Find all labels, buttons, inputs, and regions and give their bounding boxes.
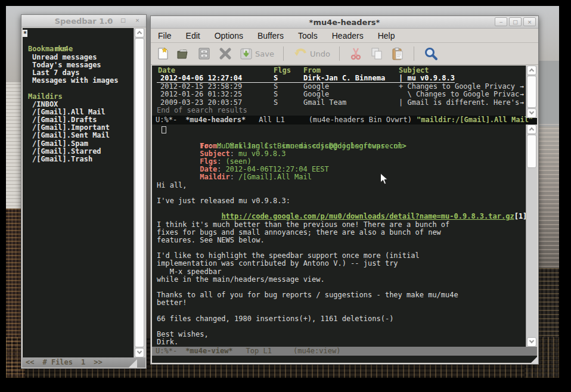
column-flags[interactable]: Flgs (274, 67, 303, 74)
field-label: Maildir (200, 173, 230, 181)
body-line: while in the main/headers/message view. (157, 276, 525, 284)
open-file-button[interactable] (176, 46, 191, 61)
sidebar-item-messages-with-images[interactable]: Messages with images (23, 77, 134, 85)
emacs-frame-content: Date Flgs From Subject 2012-04-06 12:27:… (152, 66, 537, 363)
cell-subject: | Gmail is different. Here's (399, 99, 519, 107)
menu-tools[interactable]: Tools (298, 31, 318, 41)
chevron-up-icon (529, 127, 534, 132)
link-indent (200, 212, 221, 220)
speedbar-root-mu4e[interactable]: * mu4e (23, 30, 134, 38)
chevron-down-icon (529, 338, 534, 343)
speedbar-titlebar[interactable]: Speedbar 1.0 ‒ □ × (21, 15, 146, 27)
undo-button[interactable]: Undo (293, 46, 330, 61)
maildirs-heading: Maildirs (23, 93, 134, 101)
mu4e-headers-pane: Date Flgs From Subject 2012-04-06 12:27:… (152, 66, 537, 116)
column-from[interactable]: From (303, 67, 399, 74)
speedbar-list: * mu4e Bookmarks Unread messages Today's… (23, 28, 134, 357)
column-subject[interactable]: Subject (399, 67, 429, 74)
body-line: implementation was contributed by Antono… (157, 260, 525, 267)
body-line (157, 323, 525, 331)
modeline-search-query: "maildir:/[Gmail].All Mail" (417, 116, 533, 125)
scroll-down-button[interactable] (135, 348, 144, 357)
maximize-icon[interactable]: □ (509, 17, 522, 26)
message-row[interactable]: 2012-02-15 23:58:29 S Google + Changes t… (157, 83, 525, 91)
message-view: From:Dirk-Jan C. Binnema <djcb@djcbsoftw… (152, 125, 525, 346)
scrollbar-thumb[interactable] (527, 135, 536, 168)
scrollbar-thumb[interactable] (527, 76, 536, 108)
body-line: fixes for bugs and small annoyances; the… (157, 229, 525, 237)
menu-options[interactable]: Options (215, 31, 243, 41)
field-subject: Subject:mu v0.9.8.3 (157, 142, 525, 150)
speedbar-forward-button[interactable]: >> (94, 357, 102, 368)
save-label: Save (255, 49, 274, 58)
scroll-up-button[interactable] (527, 125, 536, 134)
cell-flags: S (274, 74, 303, 82)
save-button[interactable]: Save (239, 46, 274, 61)
speedbar-scrollbar[interactable] (134, 28, 145, 357)
search-icon (423, 46, 439, 61)
cell-from: Dirk-Jan C. Binnema (303, 74, 399, 82)
paste-button[interactable] (390, 46, 405, 61)
scroll-up-button[interactable] (527, 66, 536, 75)
body-line: Dirk. (157, 338, 525, 346)
download-link[interactable]: http://code.google.com/p/mu0/downloads/d… (221, 212, 514, 220)
minimize-icon[interactable]: ‒ (103, 16, 115, 25)
close-icon[interactable]: × (131, 16, 144, 25)
sidebar-item-spam[interactable]: /[Gmail].Spam (23, 140, 134, 148)
window-title: *mu4e-headers* (151, 16, 538, 29)
cell-from: Google (303, 83, 399, 91)
body-line: M-x speedbar (157, 268, 525, 276)
truncation-arrow-icon: → (520, 99, 524, 107)
scroll-down-button[interactable] (527, 108, 536, 118)
scrollbar-thumb[interactable] (135, 38, 144, 347)
sidebar-item-todays-messages[interactable]: Today's messages (23, 61, 134, 69)
headers-scrollbar[interactable] (526, 66, 537, 118)
menu-edit[interactable]: Edit (186, 31, 200, 41)
body-line: 66 files changed, 1980 insertions(+), 11… (157, 315, 525, 323)
menu-file[interactable]: File (158, 31, 172, 41)
close-icon[interactable]: × (523, 17, 536, 26)
emacs-window-controls: ‒ □ × (495, 17, 536, 26)
body-link-line: http://code.google.com/p/mu0/downloads/d… (157, 205, 525, 213)
toolbar-separator (414, 46, 414, 61)
cut-button[interactable] (349, 46, 363, 61)
end-of-results-text: End of search results (157, 107, 525, 114)
column-date[interactable]: Date (157, 67, 274, 74)
modeline-buffer-name: *mu4e-view* (185, 347, 232, 356)
sidebar-item-sent-mail[interactable]: /[Gmail].Sent Mail (23, 132, 134, 139)
view-scrollbar[interactable] (526, 125, 537, 346)
scroll-up-button[interactable] (135, 28, 144, 38)
tool-bar: Save Undo (151, 43, 538, 65)
copy-button[interactable] (370, 46, 384, 61)
close-buffer-button[interactable] (218, 46, 232, 61)
sidebar-item-trash[interactable]: /[Gmail].Trash (23, 155, 134, 163)
speedbar-mode-toggle[interactable]: # Files (42, 357, 73, 368)
cell-from: Gmail Team (303, 99, 399, 107)
menu-headers[interactable]: Headers (332, 31, 364, 41)
maximize-icon[interactable]: □ (117, 16, 129, 25)
field-value: /[Gmail].All Mail (238, 173, 312, 181)
new-file-icon (157, 46, 170, 61)
field-date: Date:2012-04-06T12:27:04 EEST (157, 158, 525, 166)
menu-buffers[interactable]: Buffers (257, 31, 284, 41)
sidebar-item-inbox[interactable]: /INBOX (23, 101, 134, 108)
message-row-current[interactable]: 2012-04-06 12:27:04 S Dirk-Jan C. Binnem… (157, 74, 455, 82)
speedbar-back-button[interactable]: << (26, 357, 34, 368)
new-file-button[interactable] (157, 46, 170, 61)
header-row-wrap: 2012-04-06 12:27:04 S Dirk-Jan C. Binnem… (157, 74, 525, 82)
dired-button[interactable] (197, 46, 212, 61)
message-row[interactable]: 2009-03-23 20:03:57 S Gmail Team | Gmail… (157, 99, 525, 107)
search-button[interactable] (423, 46, 439, 61)
scroll-down-button[interactable] (527, 337, 536, 347)
menu-help[interactable]: Help (378, 31, 395, 41)
resize-grip[interactable] (530, 356, 538, 364)
undo-label: Undo (310, 49, 330, 58)
fringe-marker-icon: * (23, 30, 27, 37)
emacs-titlebar[interactable]: *mu4e-headers* ‒ □ × (151, 16, 538, 29)
modeline-position: All L1 (259, 116, 284, 125)
minimize-icon[interactable]: ‒ (495, 17, 507, 26)
cell-flags: S (274, 83, 303, 91)
resize-grip[interactable] (129, 359, 137, 368)
message-row[interactable]: 2012-01-26 01:32:25 S Google \ Changes t… (157, 91, 525, 98)
field-to: To:Mu Mailinglist <mu-discuss@googlegrou… (157, 134, 525, 142)
